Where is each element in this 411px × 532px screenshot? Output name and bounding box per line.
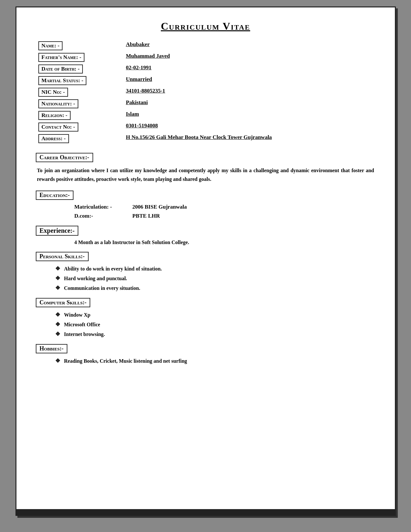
career-objective-text: To join an organization where I can util…: [36, 166, 376, 183]
hobby-text: Reading Books, Cricket, Music listening …: [64, 358, 187, 364]
info-row: Name: -Abubaker: [36, 40, 376, 52]
info-label: Address: -: [38, 134, 69, 143]
info-row: Martial Status: -Unmarried: [36, 75, 376, 86]
edu-value: PBTE LHR: [132, 213, 160, 219]
education-header: Education:-: [36, 191, 74, 200]
info-value: Pakistani: [120, 98, 376, 110]
info-value: Islam: [120, 110, 376, 121]
list-item: ❖Reading Books, Cricket, Music listening…: [55, 357, 376, 364]
list-item: ❖Communication in every situation.: [55, 284, 376, 291]
info-label: Contact No: -: [38, 123, 78, 132]
skill-text: Hard working and punctual.: [64, 276, 127, 281]
list-item: ❖Hard working and punctual.: [55, 275, 376, 282]
info-value: 34101-8805235-1: [120, 86, 376, 98]
edu-label: Matriculation: -: [74, 204, 132, 210]
bullet-icon: ❖: [55, 265, 60, 272]
info-row: Contact No: -0301-5194008: [36, 121, 376, 133]
education-section: Education:- Matriculation: -2006 BISE Gu…: [36, 187, 376, 219]
experience-text: 4 Month as a lab Instructor in Soft Solu…: [74, 240, 376, 245]
info-value: Muhammad Javed: [120, 52, 376, 63]
education-row: D.com:-PBTE LHR: [74, 213, 376, 219]
career-objective-header: Career Objective:-: [36, 153, 93, 162]
cv-page: Curriculum Vitae Name: -AbubakerFather's…: [15, 6, 396, 516]
list-item: ❖Microsoft Office: [55, 321, 376, 328]
info-row: Religion: -Islam: [36, 110, 376, 121]
hobbies-header: Hobbies:-: [36, 344, 67, 353]
computer-skills-section: Computer Skills:- ❖Window Xp❖Microsoft O…: [36, 295, 376, 338]
info-row: Father's Name: -Muhammad Javed: [36, 52, 376, 63]
hobbies-section: Hobbies:- ❖Reading Books, Cricket, Music…: [36, 341, 376, 364]
career-objective-section: Career Objective:- To join an organizati…: [36, 150, 376, 183]
info-label: Date of Birth: -: [38, 64, 83, 74]
skill-text: Window Xp: [64, 312, 91, 318]
personal-info-table: Name: -AbubakerFather's Name: -Muhammad …: [36, 40, 376, 144]
info-label: NIC No: -: [38, 88, 68, 97]
computer-skills-list: ❖Window Xp❖Microsoft Office❖Internet bro…: [55, 311, 376, 338]
bullet-icon: ❖: [55, 275, 60, 282]
experience-section: Experience:- 4 Month as a lab Instructor…: [36, 222, 376, 245]
skill-text: Communication in every situation.: [64, 285, 140, 291]
bullet-icon: ❖: [55, 321, 60, 328]
info-label: Nationality: -: [38, 99, 78, 108]
info-value: Unmarried: [120, 75, 376, 86]
experience-header: Experience:-: [36, 226, 79, 236]
education-row: Matriculation: -2006 BISE Gujranwala: [74, 204, 376, 210]
info-label: Religion: -: [38, 111, 71, 120]
edu-value: 2006 BISE Gujranwala: [132, 204, 187, 210]
list-item: ❖Window Xp: [55, 311, 376, 318]
skill-text: Internet browsing.: [64, 331, 105, 337]
bullet-icon: ❖: [55, 357, 60, 364]
skill-text: Microsoft Office: [64, 322, 100, 328]
bottom-bar: [16, 509, 395, 515]
edu-label: D.com:-: [74, 213, 132, 219]
page-title: Curriculum Vitae: [36, 20, 376, 32]
personal-skills-section: Personal Skills:- ❖Ability to do work in…: [36, 249, 376, 291]
info-row: NIC No: -34101-8805235-1: [36, 86, 376, 98]
info-label: Name: -: [38, 41, 63, 50]
info-value: H No.156/26 Gali Mehar Boota Near Clock …: [120, 133, 376, 144]
info-row: Nationality: -Pakistani: [36, 98, 376, 110]
bullet-icon: ❖: [55, 284, 60, 291]
hobbies-list: ❖Reading Books, Cricket, Music listening…: [55, 357, 376, 364]
info-value: Abubaker: [120, 40, 376, 52]
computer-skills-header: Computer Skills:-: [36, 298, 91, 307]
info-label: Martial Status: -: [38, 76, 87, 85]
info-row: Address: -H No.156/26 Gali Mehar Boota N…: [36, 133, 376, 144]
list-item: ❖Internet browsing.: [55, 330, 376, 338]
education-table: Matriculation: -2006 BISE GujranwalaD.co…: [74, 204, 376, 219]
info-value: 0301-5194008: [120, 121, 376, 133]
personal-skills-list: ❖Ability to do work in every kind of sit…: [55, 265, 376, 291]
personal-skills-header: Personal Skills:-: [36, 252, 89, 261]
skill-text: Ability to do work in every kind of situ…: [64, 266, 162, 272]
bullet-icon: ❖: [55, 311, 60, 318]
info-row: Date of Birth: -02-02-1991: [36, 63, 376, 75]
list-item: ❖Ability to do work in every kind of sit…: [55, 265, 376, 272]
info-value: 02-02-1991: [120, 63, 376, 75]
info-label: Father's Name: -: [38, 53, 85, 62]
bullet-icon: ❖: [55, 330, 60, 338]
